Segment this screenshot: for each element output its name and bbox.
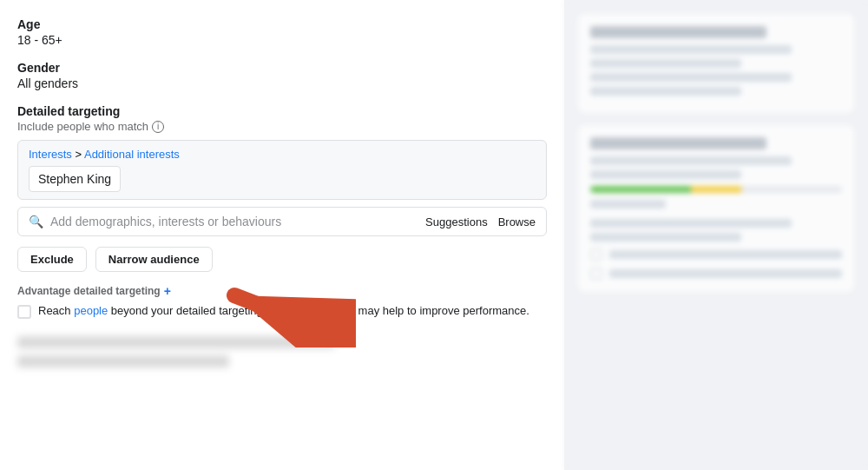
search-actions: Suggestions Browse	[425, 215, 536, 228]
right-line-4	[590, 87, 741, 96]
right-checkbox-2	[590, 268, 602, 280]
detailed-targeting-section: Detailed targeting Include people who ma…	[17, 104, 547, 367]
advantage-label: Advantage detailed targeting +	[17, 284, 547, 298]
progress-green	[590, 186, 691, 193]
right-line-5	[590, 156, 792, 165]
right-checkbox-text	[609, 250, 842, 259]
right-line-6	[590, 170, 741, 179]
right-line-8	[590, 219, 792, 228]
age-value: 18 - 65+	[17, 33, 547, 47]
interests-link[interactable]: Interests	[29, 148, 72, 161]
right-checkbox-text-2	[609, 269, 842, 278]
people-link[interactable]: people	[74, 304, 108, 317]
blurred-rows	[17, 336, 547, 367]
right-card-1	[578, 14, 854, 113]
blurred-row-1	[17, 336, 335, 348]
advantage-text-label: Advantage detailed targeting	[17, 285, 161, 297]
right-checkbox-row	[590, 248, 842, 261]
narrow-audience-button[interactable]: Narrow audience	[95, 247, 213, 272]
gender-value: All genders	[17, 76, 547, 90]
advantage-checkbox[interactable]	[17, 305, 31, 319]
blurred-row-2	[17, 355, 229, 367]
exclude-button[interactable]: Exclude	[17, 247, 87, 272]
button-row: Exclude Narrow audience	[17, 247, 547, 272]
interests-box: Interests > Additional interests Stephen…	[17, 140, 547, 200]
right-line-1	[590, 45, 792, 54]
right-line-2	[590, 59, 741, 68]
additional-interests-link[interactable]: Additional interests	[84, 148, 180, 161]
suggestions-btn[interactable]: Suggestions	[425, 215, 488, 228]
right-checkbox-row-2	[590, 268, 842, 280]
right-panel	[564, 0, 868, 470]
right-card-2	[578, 125, 854, 292]
search-icon: 🔍	[29, 215, 43, 228]
right-line-9	[590, 233, 741, 242]
info-icon[interactable]: i	[152, 121, 164, 133]
interests-tag: Stephen King	[29, 166, 121, 192]
progress-bar	[590, 186, 842, 193]
advantage-text: Reach people beyond your detailed target…	[38, 303, 529, 319]
detailed-targeting-title: Detailed targeting	[17, 104, 547, 118]
right-card-title-2	[590, 137, 766, 149]
advantage-checkbox-row: Reach people beyond your detailed target…	[17, 303, 547, 319]
search-left: 🔍 Add demographics, interests or behavio…	[29, 215, 425, 228]
include-label: Include people who match i	[17, 120, 547, 133]
advantage-section: Advantage detailed targeting + Reach peo…	[17, 284, 547, 319]
progress-yellow	[691, 186, 741, 193]
age-label: Age	[17, 17, 547, 31]
right-line-3	[590, 73, 792, 82]
gender-label: Gender	[17, 61, 547, 75]
search-row[interactable]: 🔍 Add demographics, interests or behavio…	[17, 207, 547, 236]
search-placeholder: Add demographics, interests or behaviour…	[50, 215, 281, 228]
interests-breadcrumb: Interests > Additional interests	[29, 148, 536, 161]
advantage-plus-icon[interactable]: +	[164, 284, 171, 298]
right-line-7	[590, 200, 666, 209]
right-card-title-1	[590, 26, 766, 38]
right-checkbox	[590, 248, 602, 261]
left-panel: Age 18 - 65+ Gender All genders Detailed…	[0, 0, 564, 470]
browse-btn[interactable]: Browse	[498, 215, 536, 228]
